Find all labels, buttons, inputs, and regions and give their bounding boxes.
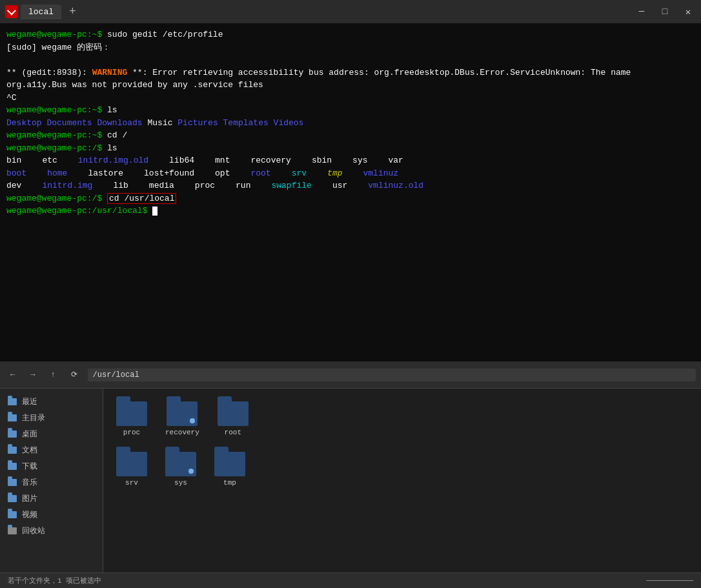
terminal-window: local + ─ □ ✕ wegame@wegame-pc:~$ sudo g… bbox=[0, 0, 701, 361]
sidebar: 最近 主目录 桌面 文档 下载 音乐 bbox=[0, 389, 103, 573]
trash-icon bbox=[8, 527, 17, 534]
music-icon bbox=[8, 479, 17, 486]
folder-sys[interactable]: sys bbox=[163, 449, 199, 489]
back-button[interactable]: ← bbox=[5, 369, 20, 381]
sidebar-label-recent: 最近 bbox=[22, 396, 37, 407]
srv-folder-icon bbox=[116, 452, 147, 476]
terminal-line-ls-output: Desktop Documents Downloads Music Pictur… bbox=[6, 117, 695, 130]
icon-grid-bottom: srv sys tmp bbox=[114, 449, 691, 489]
maximize-button[interactable]: □ bbox=[657, 4, 673, 19]
sys-folder-icon bbox=[165, 452, 196, 476]
status-text: 若干个文件夹，1 项已被选中 bbox=[8, 576, 101, 585]
docs-icon bbox=[8, 447, 17, 454]
sidebar-item-music[interactable]: 音乐 bbox=[0, 474, 103, 491]
terminal-line-blank bbox=[6, 54, 695, 66]
terminal-body[interactable]: wegame@wegame-pc:~$ sudo gedit /etc/prof… bbox=[0, 23, 701, 361]
folder-recovery-label: recovery bbox=[165, 429, 199, 436]
sidebar-item-videos[interactable]: 视频 bbox=[0, 507, 103, 523]
file-manager: ← → ↑ ⟳ /usr/local 最近 主目录 桌面 文档 bbox=[0, 361, 701, 588]
video-icon bbox=[8, 511, 17, 518]
refresh-button[interactable]: ⟳ bbox=[66, 368, 83, 381]
sidebar-item-docs[interactable]: 文档 bbox=[0, 442, 103, 458]
recovery-folder-icon bbox=[167, 401, 198, 426]
new-tab-button[interactable]: + bbox=[64, 5, 81, 18]
terminal-line-final: wegame@wegame-pc:/usr/local$ bbox=[6, 205, 695, 218]
sidebar-item-pictures[interactable]: 图片 bbox=[0, 491, 103, 507]
sidebar-label-downloads: 下载 bbox=[22, 461, 37, 472]
close-button[interactable]: ✕ bbox=[680, 4, 696, 19]
terminal-line-2: [sudo] wegame 的密码： bbox=[6, 41, 695, 54]
terminal-icon bbox=[5, 5, 18, 18]
sidebar-item-trash[interactable]: 回收站 bbox=[0, 523, 103, 539]
pictures-icon bbox=[8, 495, 17, 502]
sidebar-item-home[interactable]: 主目录 bbox=[0, 410, 103, 426]
up-button[interactable]: ↑ bbox=[45, 369, 60, 381]
window-controls: ─ □ ✕ bbox=[634, 4, 696, 19]
sidebar-label-desktop: 桌面 bbox=[22, 429, 37, 440]
folder-root[interactable]: root bbox=[215, 399, 251, 439]
sidebar-label-home: 主目录 bbox=[22, 412, 45, 423]
terminal-line-1: wegame@wegame-pc:~$ sudo gedit /etc/prof… bbox=[6, 28, 695, 41]
terminal-line-dirs1: bin etc initrd.img.old lib64 mnt recover… bbox=[6, 154, 695, 167]
folder-srv-label: srv bbox=[125, 479, 138, 487]
folder-proc[interactable]: proc bbox=[114, 399, 150, 439]
file-manager-main: proc recovery root srv bbox=[103, 389, 701, 573]
folder-recovery[interactable]: recovery bbox=[163, 399, 202, 439]
terminal-line-dirs3: dev initrd.img lib media proc run swapfi… bbox=[6, 179, 695, 192]
terminal-titlebar: local + ─ □ ✕ bbox=[0, 0, 701, 23]
file-manager-content: 最近 主目录 桌面 文档 下载 音乐 bbox=[0, 389, 701, 573]
status-right: ─────────── bbox=[646, 577, 693, 585]
folder-root-label: root bbox=[225, 429, 241, 436]
home-icon bbox=[8, 414, 17, 421]
terminal-line-cd-local: wegame@wegame-pc:/$ cd /usr/local bbox=[6, 192, 695, 205]
terminal-line-cd: wegame@wegame-pc:~$ cd / bbox=[6, 129, 695, 142]
download-icon bbox=[8, 463, 17, 470]
sidebar-label-docs: 文档 bbox=[22, 445, 37, 456]
clock-icon bbox=[8, 398, 17, 405]
terminal-tab[interactable]: local bbox=[21, 5, 61, 19]
folder-srv[interactable]: srv bbox=[114, 449, 150, 489]
desktop-icon bbox=[8, 431, 17, 438]
root-folder-icon bbox=[218, 401, 249, 426]
tmp-folder-icon bbox=[214, 452, 245, 476]
sidebar-label-pictures: 图片 bbox=[22, 493, 37, 504]
sidebar-label-music: 音乐 bbox=[22, 477, 37, 488]
path-bar[interactable]: /usr/local bbox=[88, 369, 696, 381]
proc-folder-icon bbox=[116, 401, 147, 426]
terminal-line-warn: ** (gedit:8938): WARNING **: Error retri… bbox=[6, 66, 695, 92]
status-bar: 若干个文件夹，1 项已被选中 ─────────── bbox=[0, 573, 701, 588]
folder-sys-label: sys bbox=[174, 479, 187, 487]
terminal-line-dirs2: boot home lastore lost+found opt root sr… bbox=[6, 167, 695, 180]
folder-proc-label: proc bbox=[123, 429, 140, 436]
folder-tmp-label: tmp bbox=[223, 479, 236, 487]
file-manager-toolbar: ← → ↑ ⟳ /usr/local bbox=[0, 361, 701, 389]
icon-grid-top: proc recovery root bbox=[114, 399, 691, 439]
sidebar-item-recent[interactable]: 最近 bbox=[0, 394, 103, 410]
sidebar-label-trash: 回收站 bbox=[22, 525, 45, 536]
terminal-line-ls-cmd: wegame@wegame-pc:~$ ls bbox=[6, 104, 695, 117]
terminal-line-ctrl: ^C bbox=[6, 92, 695, 105]
sidebar-item-desktop[interactable]: 桌面 bbox=[0, 426, 103, 442]
folder-tmp[interactable]: tmp bbox=[212, 449, 248, 489]
forward-button[interactable]: → bbox=[25, 369, 40, 381]
sidebar-item-downloads[interactable]: 下载 bbox=[0, 458, 103, 474]
terminal-line-ls2: wegame@wegame-pc:/$ ls bbox=[6, 142, 695, 155]
minimize-button[interactable]: ─ bbox=[634, 4, 649, 19]
sidebar-label-videos: 视频 bbox=[22, 509, 37, 520]
